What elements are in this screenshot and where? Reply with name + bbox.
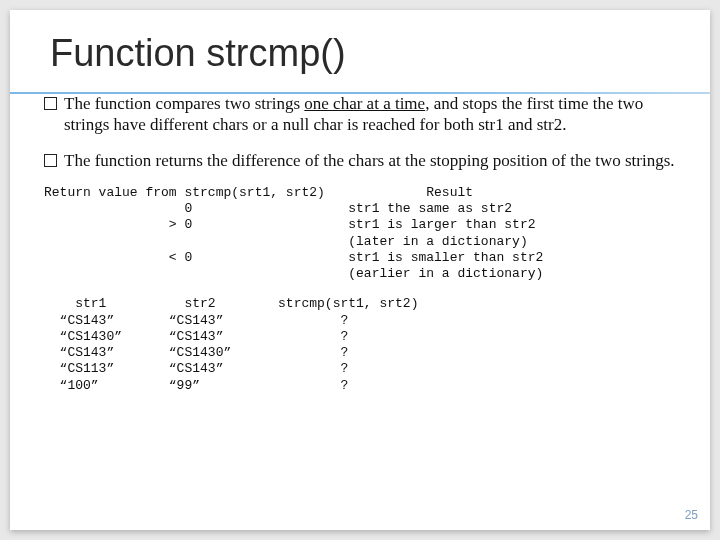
title-underline	[10, 92, 710, 94]
bullet-box-icon	[44, 154, 57, 167]
example-table: str1 str2 strcmp(srt1, srt2) “CS143” “CS…	[44, 296, 676, 394]
bullet-item: The function returns the difference of t…	[44, 150, 676, 171]
return-value-table: Return value from strcmp(srt1, srt2) Res…	[44, 185, 676, 283]
bullet-underline: one char at a time	[304, 94, 425, 113]
bullet-pre: The function compares two strings	[64, 94, 304, 113]
page-number: 25	[685, 508, 698, 522]
slide-title: Function strcmp()	[50, 32, 676, 75]
slide-body: The function compares two strings one ch…	[44, 93, 676, 394]
bullet-pre: The function returns the difference of t…	[64, 151, 675, 170]
bullet-item: The function compares two strings one ch…	[44, 93, 676, 136]
slide: Function strcmp() The function compares …	[10, 10, 710, 530]
bullet-text: The function returns the difference of t…	[64, 150, 676, 171]
bullet-box-icon	[44, 97, 57, 110]
bullet-text: The function compares two strings one ch…	[64, 93, 676, 136]
